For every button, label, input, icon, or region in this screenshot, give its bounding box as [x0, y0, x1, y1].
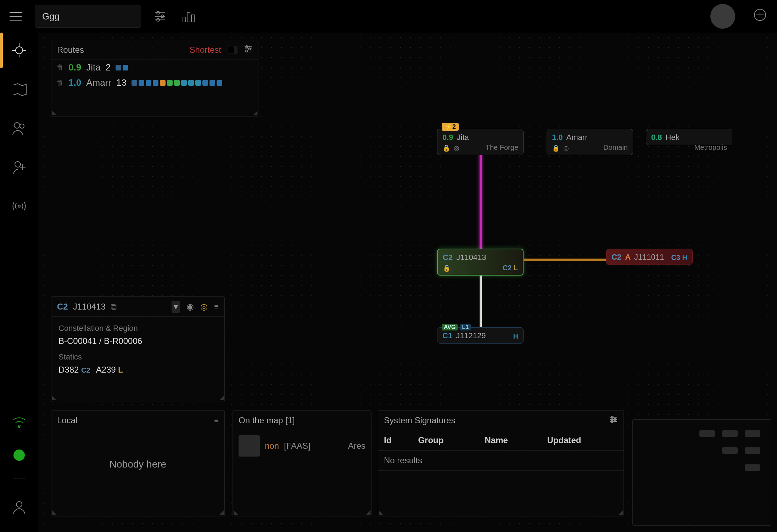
- pilot-row[interactable]: non [FAAS] Ares: [233, 430, 371, 462]
- node-hek[interactable]: 0.8Hek Metropolis: [646, 129, 732, 145]
- sig-col[interactable]: Id: [378, 430, 412, 451]
- local-title: Local: [57, 415, 77, 425]
- route-sec: 0.9: [68, 62, 81, 73]
- resize-handle-icon[interactable]: ◢: [619, 509, 623, 515]
- add-button[interactable]: [753, 8, 770, 25]
- sig-col[interactable]: Group: [412, 430, 479, 451]
- resize-handle-icon[interactable]: ◢: [219, 509, 224, 515]
- rail-user-icon[interactable]: [9, 497, 30, 518]
- eye-icon[interactable]: ◉: [186, 302, 194, 312]
- rail-map-icon[interactable]: [9, 79, 30, 100]
- dropdown-icon[interactable]: ▾: [172, 301, 180, 313]
- local-empty: Nobody here: [51, 430, 224, 470]
- svg-point-16: [14, 123, 20, 128]
- trash-icon[interactable]: 🗑: [56, 79, 63, 87]
- node-sec: 1.0: [552, 133, 563, 142]
- system-name: J110413: [73, 302, 106, 312]
- svg-point-22: [18, 426, 20, 428]
- pilot-portrait: [239, 435, 260, 457]
- resize-handle-icon[interactable]: ◢: [253, 109, 257, 116]
- sig-col[interactable]: Updated: [542, 430, 624, 451]
- node-name: Hek: [666, 133, 680, 142]
- constellation-label: Constellation & Region: [58, 322, 217, 334]
- link-j110413-j112129[interactable]: [480, 271, 482, 328]
- resize-handle-icon[interactable]: ◣: [52, 394, 56, 401]
- node-static1: C2: [503, 264, 512, 272]
- route-toggle[interactable]: [228, 46, 237, 54]
- signatures-panel[interactable]: System Signatures IdGroupNameUpdated No …: [378, 410, 624, 516]
- route-row[interactable]: 🗑 0.9 Jita 2: [51, 60, 258, 75]
- lock-icon: 🔒: [552, 144, 560, 152]
- resize-handle-icon[interactable]: ◣: [234, 509, 238, 515]
- avatar[interactable]: [710, 4, 735, 29]
- route-name: Jita: [86, 62, 100, 73]
- search-input[interactable]: [35, 5, 141, 28]
- pilot-corp: [FAAS]: [284, 441, 311, 451]
- static-entry: A239 L: [96, 363, 123, 376]
- rail-signal-icon[interactable]: [9, 196, 30, 217]
- sig-col[interactable]: Name: [479, 430, 541, 451]
- resize-handle-icon[interactable]: ◢: [366, 509, 370, 515]
- node-name: J110413: [456, 253, 486, 262]
- routes-panel[interactable]: Routes Shortest 🗑 0.9 Jita 2 🗑 1.0 Amarr…: [51, 40, 258, 117]
- radar-icon[interactable]: ◎: [200, 302, 208, 312]
- settings-icon[interactable]: ≡: [214, 416, 219, 425]
- settings-icon[interactable]: ≡: [214, 302, 219, 311]
- svg-rect-10: [187, 13, 190, 22]
- trash-icon[interactable]: 🗑: [56, 63, 63, 72]
- settings-icon[interactable]: [609, 416, 618, 425]
- svg-point-18: [15, 162, 21, 167]
- node-amarr[interactable]: 1.0Amarr 🔒◎ Domain: [547, 129, 633, 155]
- node-chips: AVGL1: [442, 324, 471, 330]
- link-j110413-j111011[interactable]: [524, 259, 610, 261]
- node-j111011[interactable]: C2 A J111011 C3 H: [606, 249, 693, 265]
- rail-add-person-icon[interactable]: [9, 157, 30, 178]
- onmap-panel[interactable]: On the map [1] non [FAAS] Ares ◣ ◢: [233, 410, 371, 516]
- system-class: C2: [57, 302, 68, 312]
- static-entry: D382 C2: [58, 363, 90, 376]
- node-sec: 0.9: [442, 133, 453, 142]
- link-jita-j110413[interactable]: [480, 151, 482, 250]
- node-static2: L: [514, 264, 518, 272]
- placeholder-panel[interactable]: [632, 419, 771, 526]
- node-static2: H: [682, 254, 687, 261]
- node-jita[interactable]: ⚡2 0.9Jita 🔒◎ The Forge: [437, 129, 524, 155]
- stats-icon[interactable]: [179, 8, 196, 25]
- node-region: The Forge: [486, 143, 518, 152]
- pilot-name: non: [265, 441, 279, 451]
- target-icon: ◎: [563, 144, 569, 152]
- system-info-panel[interactable]: C2 J110413 ⧉ ▾ ◉ ◎ ≡ Constellation & Reg…: [51, 296, 225, 402]
- node-region: Domain: [603, 143, 628, 152]
- node-sec: 0.8: [651, 133, 662, 142]
- constellation-value: B-C00041 / B-R00006: [58, 334, 217, 347]
- menu-button[interactable]: [7, 8, 24, 25]
- node-class: C2: [611, 253, 621, 262]
- rail-wifi-icon[interactable]: [9, 411, 30, 432]
- svg-point-21: [18, 205, 20, 207]
- resize-handle-icon[interactable]: ◣: [52, 509, 56, 515]
- rail-status-dot: [13, 449, 25, 461]
- local-panel[interactable]: Local ≡ Nobody here ◣ ◢: [51, 410, 225, 516]
- resize-handle-icon[interactable]: ◣: [52, 109, 56, 116]
- node-name: J112129: [456, 331, 486, 340]
- rail-people-icon[interactable]: [9, 118, 30, 139]
- map-area[interactable]: ⚡2 0.9Jita 🔒◎ The Forge 1.0Amarr 🔒◎ Doma…: [38, 33, 777, 532]
- settings-icon[interactable]: [244, 45, 252, 55]
- sigs-empty: No results: [378, 451, 624, 471]
- route-row[interactable]: 🗑 1.0 Amarr 13: [51, 75, 258, 90]
- node-class: C1: [442, 331, 452, 340]
- rail-target-icon[interactable]: [9, 40, 30, 61]
- node-j110413[interactable]: C2J110413 🔒 C2 L: [437, 249, 524, 276]
- target-icon: ◎: [454, 144, 459, 152]
- route-hops: [132, 80, 222, 86]
- resize-handle-icon[interactable]: ◣: [379, 509, 383, 515]
- sigs-title: System Signatures: [384, 415, 455, 425]
- lock-icon: 🔒: [442, 144, 450, 152]
- resize-handle-icon[interactable]: ◢: [219, 394, 224, 401]
- copy-icon[interactable]: ⧉: [111, 302, 117, 312]
- svg-rect-11: [191, 15, 194, 22]
- route-mode[interactable]: Shortest: [190, 45, 221, 55]
- route-jumps: 13: [116, 77, 127, 88]
- sliders-icon[interactable]: [152, 8, 169, 25]
- node-j112129[interactable]: AVGL1 C1J112129 H: [437, 327, 524, 344]
